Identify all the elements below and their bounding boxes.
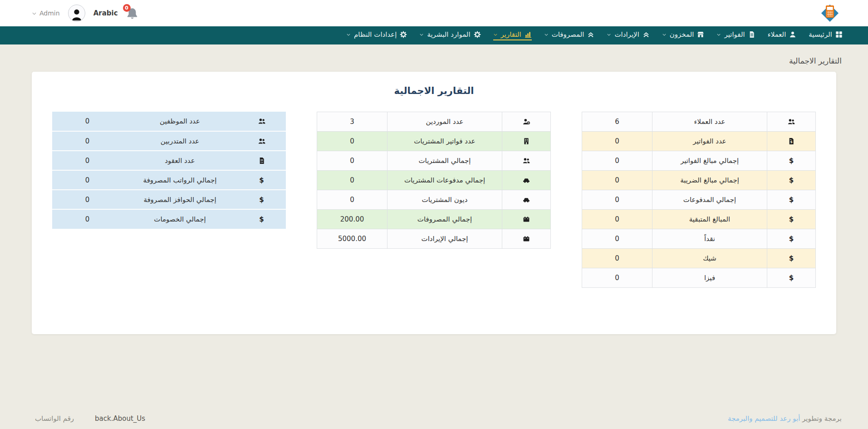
store-icon [697, 31, 704, 38]
chevron-down-icon [716, 32, 721, 37]
row-label: إجمالي المدفوعات [652, 190, 767, 210]
angles-up-icon [642, 31, 650, 38]
nav-item-4[interactable]: الإيرادات [607, 30, 649, 40]
row-value: 0 [52, 112, 123, 131]
topbar: 0 Arabic Admin [0, 0, 868, 26]
nav-item-3[interactable]: المخزون [662, 30, 705, 40]
whatsapp-link[interactable]: رقم الواتساب [35, 414, 74, 423]
nav-item-6[interactable]: التقارير [493, 30, 532, 40]
nav-item-label: الفواتير [724, 30, 745, 39]
dollar-icon: $ [237, 170, 286, 190]
row-value: 0 [582, 210, 652, 229]
row-value: 0 [582, 190, 652, 210]
building-icon [502, 132, 551, 151]
row-value: 0 [317, 190, 387, 210]
page-title: التقارير الاجمالية [52, 85, 816, 96]
row-value: 0 [582, 229, 652, 249]
dollar-icon: $ [767, 268, 816, 288]
users-icon [767, 112, 816, 132]
chevron-down-icon [544, 32, 549, 37]
footer-links: back.About_Us رقم الواتساب [35, 414, 145, 423]
row-value: 0 [52, 209, 123, 229]
chevron-down-icon [493, 32, 498, 37]
avatar[interactable] [68, 5, 85, 22]
row-label: إجمالي الخصومات [123, 209, 237, 229]
nav-item-1[interactable]: العملاء [768, 30, 797, 40]
row-value: 0 [52, 190, 123, 209]
user-gear-icon [502, 112, 551, 132]
app-logo-calculator-icon[interactable] [817, 0, 843, 26]
table-row: ديون المشتريات0 [317, 190, 551, 210]
car-icon [502, 171, 551, 190]
nav-item-label: التقارير [501, 30, 521, 39]
dollar-icon: $ [259, 176, 264, 184]
row-label: إجمالي المشتريات [387, 151, 502, 171]
chart-column-icon [525, 31, 532, 38]
table-row: $شيك0 [582, 249, 816, 268]
admin-dropdown[interactable]: Admin [32, 10, 60, 17]
dollar-icon: $ [767, 249, 816, 268]
row-value: 0 [52, 170, 123, 190]
nav-item-label: العملاء [768, 30, 786, 39]
dollar-icon: $ [789, 254, 794, 262]
nav-menu: الرئيسيةالعملاءالفواتيرالمخزونالإيراداتا… [346, 30, 843, 40]
row-label: المبالغ المتبقية [652, 210, 767, 229]
nav-item-8[interactable]: إعدادات النظام [346, 30, 407, 40]
nav-item-0[interactable]: الرئيسية [809, 30, 843, 40]
table-row: عدد فواتير المشتريات0 [317, 132, 551, 151]
chevron-down-icon [346, 32, 351, 37]
row-label: عدد فواتير المشتريات [387, 132, 502, 151]
dollar-icon: $ [789, 196, 794, 204]
users-icon [237, 112, 286, 131]
row-label: ديون المشتريات [387, 190, 502, 210]
row-label: إجمالي مدفوعات المشتريات [387, 171, 502, 190]
dollar-icon: $ [789, 215, 794, 223]
dollar-icon: $ [767, 229, 816, 249]
table-row: $إجمالي مبالغ الضريبة0 [582, 171, 816, 190]
row-label: عدد العملاء [652, 112, 767, 132]
row-label: عدد الموظفين [123, 112, 237, 131]
credit-text: برمجة وتطوير أبو رعد للتصميم والبرمجة [728, 414, 842, 423]
credit-link[interactable]: أبو رعد للتصميم والبرمجة [728, 414, 800, 423]
row-label: إجمالي الإيرادات [387, 229, 502, 249]
summary-card: التقارير الاجمالية عدد العملاء6$عدد الفو… [32, 72, 836, 334]
row-value: 0 [582, 151, 652, 171]
table-row: عدد الموردين3 [317, 112, 551, 132]
file-invoice-dollar-icon: $ [767, 132, 816, 151]
breadcrumb: التقارير الاجمالية [0, 44, 868, 65]
invoices-summary-table: عدد العملاء6$عدد الفواتير0$إجمالي مبالغ … [582, 112, 816, 288]
notifications-button[interactable]: 0 [126, 7, 138, 20]
angles-up-icon [587, 31, 594, 38]
table-row: إجمالي المشتريات0 [317, 151, 551, 171]
row-value: 5000.00 [317, 229, 387, 249]
chevron-down-icon [419, 32, 424, 37]
user-cluster: 0 Arabic Admin [32, 5, 138, 22]
gear-icon [474, 31, 481, 38]
row-label: فيزا [652, 268, 767, 288]
row-value: 0 [582, 249, 652, 268]
table-row: عدد العملاء6 [582, 112, 816, 132]
row-value: 0 [582, 268, 652, 288]
row-label: عدد الموردين [387, 112, 502, 132]
table-row: إجمالي الإيرادات5000.00 [317, 229, 551, 249]
svg-text:$: $ [790, 140, 793, 144]
table-row: $إجمالي الخصومات0 [52, 209, 286, 229]
nav-item-5[interactable]: المصروفات [544, 30, 595, 40]
admin-label: Admin [39, 10, 60, 17]
row-label: عدد المتدربين [123, 131, 237, 151]
about-link[interactable]: back.About_Us [95, 414, 145, 423]
credit-prefix: برمجة وتطوير [802, 414, 842, 423]
car-icon [502, 190, 551, 210]
nav-item-2[interactable]: الفواتير [716, 30, 755, 40]
table-row: $عدد الفواتير0 [582, 132, 816, 151]
footer: برمجة وتطوير أبو رعد للتصميم والبرمجة ba… [0, 414, 868, 423]
table-row: عدد الموظفين0 [52, 112, 286, 131]
table-row: $إجمالي الحوافز المصروفة0 [52, 190, 286, 209]
dollar-icon: $ [767, 190, 816, 210]
dollar-icon: $ [237, 190, 286, 209]
table-row: $إجمالي الرواتب المصروفة0 [52, 170, 286, 190]
cash-icon [502, 210, 551, 229]
dollar-icon: $ [767, 151, 816, 171]
notification-badge: 0 [123, 4, 131, 12]
nav-item-7[interactable]: الموارد البشرية [419, 30, 481, 40]
